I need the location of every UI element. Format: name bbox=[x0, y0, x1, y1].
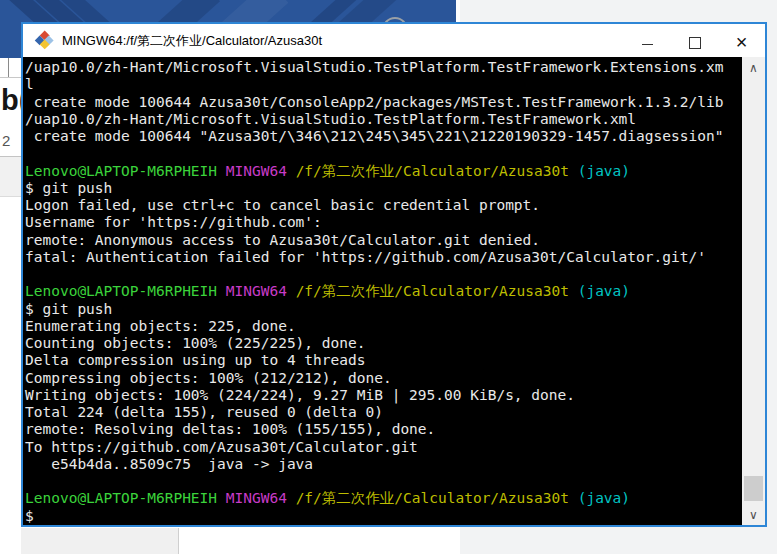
terminal-line: Counting objects: 100% (225/225), done. bbox=[25, 335, 742, 352]
terminal-line: Lenovo@LAPTOP-M6RPHEIH MINGW64 /f/第二次作业/… bbox=[25, 283, 742, 300]
window-controls: × bbox=[624, 24, 765, 57]
terminal-line: Enumerating objects: 225, done. bbox=[25, 318, 742, 335]
terminal-line: fatal: Authentication failed for 'https:… bbox=[25, 249, 742, 266]
window-title: MINGW64:/f/第二次作业/Calculator/Azusa30t bbox=[62, 32, 624, 50]
background-divider bbox=[0, 77, 22, 78]
scroll-down-arrow[interactable]: ∨ bbox=[742, 506, 765, 523]
maximize-button[interactable] bbox=[671, 24, 718, 57]
terminal-line bbox=[25, 473, 742, 490]
close-button[interactable]: × bbox=[718, 24, 765, 57]
terminal-line: Writing objects: 100% (224/224), 9.27 Mi… bbox=[25, 387, 742, 404]
terminal-line bbox=[25, 266, 742, 283]
terminal-output[interactable]: /uap10.0/zh-Hant/Microsoft.VisualStudio.… bbox=[23, 57, 742, 525]
background-number-fragment: 2 bbox=[2, 132, 10, 149]
terminal-line: Lenovo@LAPTOP-M6RPHEIH MINGW64 /f/第二次作业/… bbox=[25, 490, 742, 507]
terminal-line: l bbox=[25, 76, 742, 93]
terminal-area: /uap10.0/zh-Hant/Microsoft.VisualStudio.… bbox=[23, 57, 765, 525]
terminal-line: Total 224 (delta 155), reused 0 (delta 0… bbox=[25, 404, 742, 421]
scrollbar-thumb[interactable] bbox=[744, 476, 763, 501]
window-titlebar[interactable]: MINGW64:/f/第二次作业/Calculator/Azusa30t × bbox=[23, 24, 765, 57]
terminal-line: /uap10.0/zh-Hant/Microsoft.VisualStudio.… bbox=[25, 111, 742, 128]
minimize-icon bbox=[642, 44, 653, 45]
terminal-line: $ git push bbox=[25, 301, 742, 318]
terminal-line: Delta compression using up to 4 threads bbox=[25, 352, 742, 369]
scroll-up-arrow[interactable]: ∧ bbox=[742, 59, 765, 76]
terminal-line: Username for 'https://github.com': bbox=[25, 214, 742, 231]
terminal-line: /uap10.0/zh-Hant/Microsoft.VisualStudio.… bbox=[25, 59, 742, 76]
terminal-line: remote: Resolving deltas: 100% (155/155)… bbox=[25, 421, 742, 438]
desktop: b( 2 MINGW64:/f/第二次作业/Calculator/Azusa30… bbox=[0, 0, 777, 554]
terminal-line: $ git push bbox=[25, 180, 742, 197]
terminal-line: Logon failed, use ctrl+c to cancel basic… bbox=[25, 197, 742, 214]
terminal-line bbox=[25, 145, 742, 162]
terminal-line: create mode 100644 "Azusa30t/\346\212\24… bbox=[25, 128, 742, 145]
terminal-scrollbar[interactable]: ∧ ∨ bbox=[742, 57, 765, 525]
terminal-line: e54b4da..8509c75 java -> java bbox=[25, 456, 742, 473]
maximize-icon bbox=[689, 37, 701, 49]
terminal-line: create mode 100644 Azusa30t/ConsoleApp2/… bbox=[25, 94, 742, 111]
git-bash-icon bbox=[36, 32, 53, 49]
mintty-window: MINGW64:/f/第二次作业/Calculator/Azusa30t × /… bbox=[21, 22, 767, 527]
background-gray-band bbox=[0, 157, 22, 197]
terminal-line: To https://github.com/Azusa30t/Calculato… bbox=[25, 439, 742, 456]
terminal-line: remote: Anonymous access to Azusa30t/Cal… bbox=[25, 232, 742, 249]
terminal-line: Lenovo@LAPTOP-M6RPHEIH MINGW64 /f/第二次作业/… bbox=[25, 163, 742, 180]
terminal-line: $ bbox=[25, 508, 742, 525]
background-bottom-panel bbox=[21, 528, 179, 554]
minimize-button[interactable] bbox=[624, 24, 671, 57]
background-divider bbox=[8, 58, 9, 77]
terminal-line: Compressing objects: 100% (212/212), don… bbox=[25, 370, 742, 387]
